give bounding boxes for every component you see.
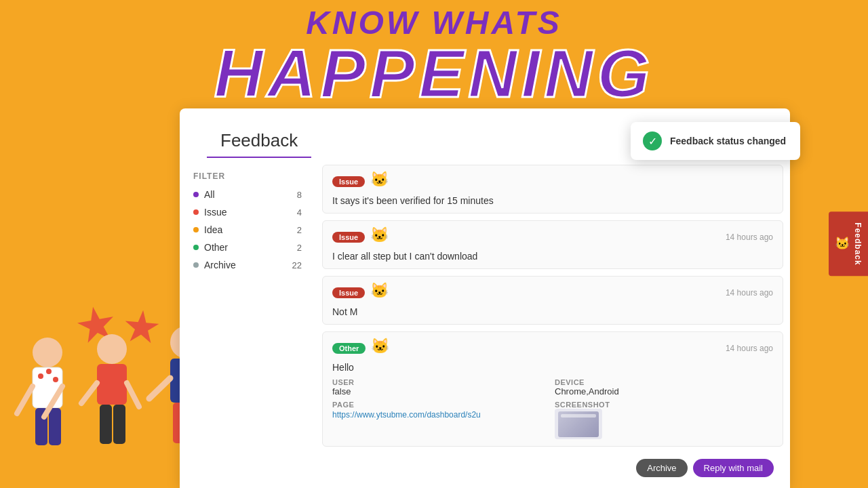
- card-4-avatar: 🐱: [371, 339, 390, 358]
- svg-rect-6: [49, 408, 61, 445]
- screenshot-label: SCREENSHOT: [555, 401, 773, 409]
- card-4-detail-grid: USER false DEVICE Chrome,Android PAGE ht…: [332, 378, 773, 439]
- filter-item-idea[interactable]: Idea 2: [193, 224, 302, 235]
- feedback-card-1: Issue 🐱 It says it's been verified for 1…: [322, 165, 783, 214]
- user-value: false: [332, 386, 551, 396]
- main-content: ✓ Feedback status changed Feedback FILTE…: [180, 108, 868, 488]
- filter-name-archive: Archive: [204, 260, 236, 270]
- toast-text: Feedback status changed: [670, 136, 786, 146]
- reply-with-mail-button[interactable]: Reply with mail: [693, 459, 774, 477]
- feedback-card-4: Other 🐱 14 hours ago Hello USER false: [322, 331, 783, 447]
- card-4-header: Other 🐱 14 hours ago: [332, 339, 773, 358]
- panel-body: FILTER All 8 Issue 4: [180, 158, 790, 488]
- card-4-body: Hello USER false DEVICE Chrome,Android: [332, 362, 773, 439]
- card-1-header: Issue 🐱: [332, 172, 773, 191]
- panel-header: Feedback: [207, 119, 311, 158]
- svg-point-3: [46, 369, 52, 374]
- filter-item-issue[interactable]: Issue 4: [193, 207, 302, 218]
- device-label: DEVICE: [555, 378, 773, 386]
- card-actions: Archive Reply with mail: [322, 453, 783, 481]
- svg-rect-10: [97, 364, 127, 405]
- svg-point-2: [38, 373, 43, 379]
- card-2-avatar: 🐱: [370, 228, 389, 247]
- svg-point-4: [53, 377, 58, 382]
- toast-check-icon: ✓: [643, 131, 662, 150]
- filter-count-idea: 2: [297, 225, 302, 235]
- page-section: PAGE https://www.ytsubme.com/dashboard/s…: [332, 401, 551, 439]
- svg-rect-11: [100, 405, 112, 444]
- toast-notification: ✓ Feedback status changed: [631, 122, 800, 160]
- filter-count-archive: 22: [292, 260, 302, 270]
- feedback-card-2: Issue 🐱 14 hours ago I clear all step bu…: [322, 220, 783, 269]
- archive-button[interactable]: Archive: [636, 459, 687, 477]
- feedback-panel: ✓ Feedback status changed Feedback FILTE…: [180, 108, 790, 488]
- filter-item-archive[interactable]: Archive 22: [193, 260, 302, 270]
- card-4-tag: Other: [332, 343, 366, 354]
- device-value: Chrome,Android: [555, 386, 773, 396]
- svg-line-14: [127, 383, 139, 407]
- feedback-card-3: Issue 🐱 14 hours ago Not M: [322, 276, 783, 325]
- card-3-body: Not M: [332, 306, 773, 317]
- filter-name-issue: Issue: [204, 207, 226, 218]
- card-3-avatar: 🐱: [370, 283, 389, 302]
- filter-label: FILTER: [193, 171, 302, 181]
- side-tab-text: Feedback: [853, 222, 863, 265]
- side-feedback-tab[interactable]: Feedback 🐱: [829, 211, 868, 276]
- card-3-tag: Issue: [332, 287, 365, 298]
- filter-item-other[interactable]: Other 2: [193, 242, 302, 253]
- svg-line-7: [17, 386, 33, 413]
- filter-name-all: All: [204, 189, 215, 200]
- user-label: USER: [332, 378, 551, 386]
- filter-dot-all: [193, 192, 199, 197]
- side-tab-cat-icon: 🐱: [834, 236, 849, 251]
- svg-line-13: [81, 383, 97, 403]
- screenshot-bar: [561, 414, 596, 418]
- filter-sidebar: FILTER All 8 Issue 4: [180, 165, 315, 481]
- filter-count-issue: 4: [297, 207, 302, 218]
- card-3-header: Issue 🐱 14 hours ago: [332, 283, 773, 302]
- svg-rect-12: [113, 405, 125, 444]
- card-4-greeting: Hello: [332, 362, 773, 373]
- header-happening-text: HAPPENING: [0, 39, 868, 107]
- screenshot-thumbnail[interactable]: [555, 409, 602, 439]
- screenshot-section: SCREENSHOT: [555, 401, 773, 439]
- card-1-body: It says it's been verified for 15 minute…: [332, 195, 773, 206]
- card-1-tag: Issue: [332, 176, 365, 187]
- page-title: Feedback: [220, 130, 298, 151]
- filter-count-all: 8: [297, 190, 302, 200]
- card-2-body: I clear all step but I can't download: [332, 251, 773, 262]
- filter-name-other: Other: [204, 242, 228, 253]
- header-know-text: KNOW WHATS: [0, 7, 868, 39]
- card-2-time: 14 hours ago: [726, 232, 773, 242]
- user-section: USER false: [332, 378, 551, 396]
- filter-name-idea: Idea: [204, 224, 222, 235]
- svg-line-19: [149, 378, 170, 399]
- filter-dot-issue: [193, 209, 199, 215]
- page-link[interactable]: https://www.ytsubme.com/dashboard/s2u: [332, 410, 481, 420]
- page-label: PAGE: [332, 401, 551, 409]
- filter-dot-idea: [193, 227, 199, 232]
- svg-point-0: [33, 338, 62, 367]
- card-3-time: 14 hours ago: [726, 288, 773, 298]
- feedback-list: Issue 🐱 It says it's been verified for 1…: [315, 165, 790, 481]
- header-banner: KNOW WHATS HAPPENING: [0, 0, 868, 110]
- filter-dot-other: [193, 245, 199, 250]
- card-2-header: Issue 🐱 14 hours ago: [332, 228, 773, 247]
- screenshot-inner: [558, 411, 599, 437]
- device-section: DEVICE Chrome,Android: [555, 378, 773, 396]
- card-2-tag: Issue: [332, 232, 365, 243]
- filter-item-all[interactable]: All 8: [193, 189, 302, 200]
- filter-count-other: 2: [297, 243, 302, 253]
- card-4-time: 14 hours ago: [726, 344, 773, 353]
- svg-point-9: [97, 334, 127, 364]
- card-1-avatar: 🐱: [370, 172, 389, 191]
- filter-dot-archive: [193, 262, 199, 268]
